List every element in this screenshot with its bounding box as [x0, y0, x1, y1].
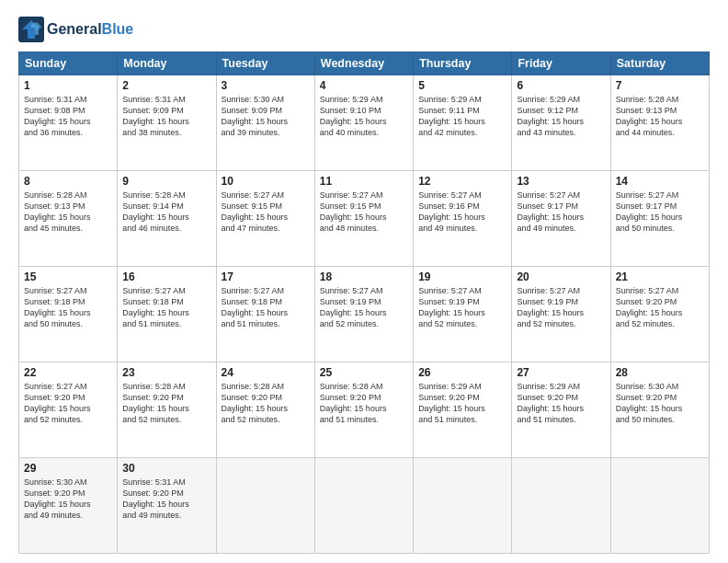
cell-info: Sunrise: 5:31 AMSunset: 9:09 PMDaylight:… [122, 94, 210, 139]
calendar-table: SundayMondayTuesdayWednesdayThursdayFrid… [18, 52, 710, 554]
cell-info: Sunrise: 5:27 AMSunset: 9:15 PMDaylight:… [222, 190, 310, 235]
cell-info: Sunrise: 5:28 AMSunset: 9:13 PMDaylight:… [616, 94, 704, 139]
day-number: 13 [517, 175, 605, 188]
calendar-week-4: 22Sunrise: 5:27 AMSunset: 9:20 PMDayligh… [19, 362, 710, 458]
calendar-cell: 26Sunrise: 5:29 AMSunset: 9:20 PMDayligh… [414, 362, 512, 458]
calendar-cell: 13Sunrise: 5:27 AMSunset: 9:17 PMDayligh… [512, 171, 610, 267]
calendar-cell: 18Sunrise: 5:27 AMSunset: 9:19 PMDayligh… [314, 267, 413, 362]
day-number: 7 [616, 79, 704, 92]
day-number: 6 [517, 79, 605, 92]
calendar-cell [414, 458, 512, 554]
weekday-header-friday: Friday [512, 52, 610, 75]
cell-info: Sunrise: 5:27 AMSunset: 9:17 PMDaylight:… [616, 190, 704, 235]
calendar-cell: 22Sunrise: 5:27 AMSunset: 9:20 PMDayligh… [19, 362, 118, 458]
cell-info: Sunrise: 5:31 AMSunset: 9:08 PMDaylight:… [24, 94, 112, 139]
day-number: 30 [122, 462, 210, 475]
cell-info: Sunrise: 5:27 AMSunset: 9:16 PMDaylight:… [418, 190, 506, 235]
weekday-header-row: SundayMondayTuesdayWednesdayThursdayFrid… [19, 52, 710, 75]
cell-info: Sunrise: 5:28 AMSunset: 9:13 PMDaylight:… [24, 190, 112, 235]
page: GeneralBlue SundayMondayTuesdayWednesday… [0, 0, 728, 563]
calendar-week-2: 8Sunrise: 5:28 AMSunset: 9:13 PMDaylight… [19, 171, 710, 267]
weekday-header-saturday: Saturday [610, 52, 709, 75]
cell-info: Sunrise: 5:29 AMSunset: 9:20 PMDaylight:… [517, 381, 605, 426]
calendar-cell: 3Sunrise: 5:30 AMSunset: 9:09 PMDaylight… [216, 75, 314, 171]
cell-info: Sunrise: 5:27 AMSunset: 9:19 PMDaylight:… [418, 285, 506, 330]
calendar-cell: 9Sunrise: 5:28 AMSunset: 9:14 PMDaylight… [118, 171, 216, 267]
day-number: 1 [24, 79, 112, 92]
calendar-cell: 29Sunrise: 5:30 AMSunset: 9:20 PMDayligh… [19, 458, 118, 554]
day-number: 17 [222, 270, 310, 283]
weekday-header-thursday: Thursday [414, 52, 512, 75]
day-number: 14 [616, 175, 704, 188]
cell-info: Sunrise: 5:28 AMSunset: 9:20 PMDaylight:… [122, 381, 210, 426]
calendar-week-5: 29Sunrise: 5:30 AMSunset: 9:20 PMDayligh… [19, 458, 710, 554]
weekday-header-wednesday: Wednesday [314, 52, 413, 75]
day-number: 23 [122, 366, 210, 379]
calendar-cell: 7Sunrise: 5:28 AMSunset: 9:13 PMDaylight… [610, 75, 709, 171]
day-number: 26 [418, 366, 506, 379]
cell-info: Sunrise: 5:27 AMSunset: 9:15 PMDaylight:… [320, 190, 408, 235]
day-number: 8 [24, 175, 112, 188]
cell-info: Sunrise: 5:27 AMSunset: 9:19 PMDaylight:… [320, 285, 408, 330]
calendar-week-1: 1Sunrise: 5:31 AMSunset: 9:08 PMDaylight… [19, 75, 710, 171]
day-number: 4 [320, 79, 408, 92]
cell-info: Sunrise: 5:30 AMSunset: 9:20 PMDaylight:… [24, 477, 112, 522]
cell-info: Sunrise: 5:29 AMSunset: 9:10 PMDaylight:… [320, 94, 408, 139]
cell-info: Sunrise: 5:27 AMSunset: 9:19 PMDaylight:… [517, 285, 605, 330]
calendar-cell: 1Sunrise: 5:31 AMSunset: 9:08 PMDaylight… [19, 75, 118, 171]
calendar-cell: 20Sunrise: 5:27 AMSunset: 9:19 PMDayligh… [512, 267, 610, 362]
calendar-body: 1Sunrise: 5:31 AMSunset: 9:08 PMDaylight… [19, 75, 710, 554]
calendar-week-3: 15Sunrise: 5:27 AMSunset: 9:18 PMDayligh… [19, 267, 710, 362]
day-number: 5 [418, 79, 506, 92]
logo-text: GeneralBlue [47, 21, 133, 38]
calendar-cell: 28Sunrise: 5:30 AMSunset: 9:20 PMDayligh… [610, 362, 709, 458]
day-number: 20 [517, 270, 605, 283]
cell-info: Sunrise: 5:27 AMSunset: 9:20 PMDaylight:… [24, 381, 112, 426]
day-number: 28 [616, 366, 704, 379]
day-number: 29 [24, 462, 112, 475]
day-number: 24 [222, 366, 310, 379]
day-number: 2 [122, 79, 210, 92]
header: GeneralBlue [18, 17, 710, 42]
calendar-cell: 4Sunrise: 5:29 AMSunset: 9:10 PMDaylight… [314, 75, 413, 171]
calendar-cell: 5Sunrise: 5:29 AMSunset: 9:11 PMDaylight… [414, 75, 512, 171]
calendar-header: SundayMondayTuesdayWednesdayThursdayFrid… [19, 52, 710, 75]
calendar-cell [216, 458, 314, 554]
calendar-cell: 14Sunrise: 5:27 AMSunset: 9:17 PMDayligh… [610, 171, 709, 267]
cell-info: Sunrise: 5:29 AMSunset: 9:20 PMDaylight:… [418, 381, 506, 426]
cell-info: Sunrise: 5:29 AMSunset: 9:11 PMDaylight:… [418, 94, 506, 139]
calendar-cell: 30Sunrise: 5:31 AMSunset: 9:20 PMDayligh… [118, 458, 216, 554]
cell-info: Sunrise: 5:27 AMSunset: 9:18 PMDaylight:… [222, 285, 310, 330]
calendar-cell [512, 458, 610, 554]
cell-info: Sunrise: 5:29 AMSunset: 9:12 PMDaylight:… [517, 94, 605, 139]
day-number: 9 [122, 175, 210, 188]
calendar-cell: 16Sunrise: 5:27 AMSunset: 9:18 PMDayligh… [118, 267, 216, 362]
day-number: 27 [517, 366, 605, 379]
calendar-cell: 19Sunrise: 5:27 AMSunset: 9:19 PMDayligh… [414, 267, 512, 362]
day-number: 3 [222, 79, 310, 92]
day-number: 10 [222, 175, 310, 188]
cell-info: Sunrise: 5:28 AMSunset: 9:20 PMDaylight:… [222, 381, 310, 426]
calendar-cell: 10Sunrise: 5:27 AMSunset: 9:15 PMDayligh… [216, 171, 314, 267]
calendar-cell: 17Sunrise: 5:27 AMSunset: 9:18 PMDayligh… [216, 267, 314, 362]
calendar-cell: 11Sunrise: 5:27 AMSunset: 9:15 PMDayligh… [314, 171, 413, 267]
calendar-cell: 25Sunrise: 5:28 AMSunset: 9:20 PMDayligh… [314, 362, 413, 458]
weekday-header-sunday: Sunday [19, 52, 118, 75]
cell-info: Sunrise: 5:28 AMSunset: 9:20 PMDaylight:… [320, 381, 408, 426]
calendar-cell [314, 458, 413, 554]
calendar-cell: 23Sunrise: 5:28 AMSunset: 9:20 PMDayligh… [118, 362, 216, 458]
cell-info: Sunrise: 5:30 AMSunset: 9:09 PMDaylight:… [222, 94, 310, 139]
cell-info: Sunrise: 5:30 AMSunset: 9:20 PMDaylight:… [616, 381, 704, 426]
day-number: 16 [122, 270, 210, 283]
calendar-cell [610, 458, 709, 554]
calendar-cell: 2Sunrise: 5:31 AMSunset: 9:09 PMDaylight… [118, 75, 216, 171]
logo-icon [18, 17, 44, 42]
calendar-cell: 27Sunrise: 5:29 AMSunset: 9:20 PMDayligh… [512, 362, 610, 458]
cell-info: Sunrise: 5:27 AMSunset: 9:18 PMDaylight:… [24, 285, 112, 330]
day-number: 15 [24, 270, 112, 283]
day-number: 22 [24, 366, 112, 379]
weekday-header-monday: Monday [118, 52, 216, 75]
calendar-cell: 15Sunrise: 5:27 AMSunset: 9:18 PMDayligh… [19, 267, 118, 362]
day-number: 11 [320, 175, 408, 188]
cell-info: Sunrise: 5:27 AMSunset: 9:17 PMDaylight:… [517, 190, 605, 235]
